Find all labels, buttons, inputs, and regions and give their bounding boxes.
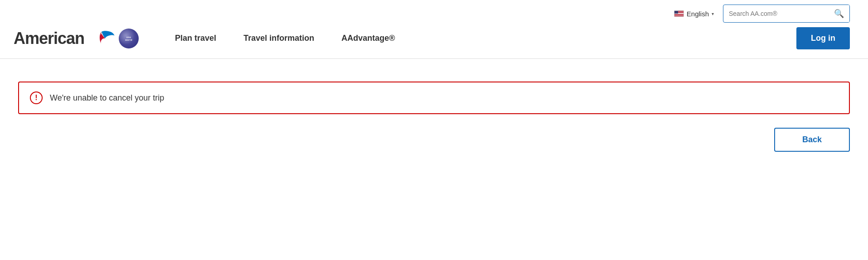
language-selector[interactable]: English ▾ [674, 10, 714, 18]
oneworld-label: oneworld [125, 36, 132, 41]
main-header: American oneworld Plan travel Travel inf… [0, 27, 868, 58]
flag-icon [674, 10, 684, 17]
header-divider [0, 58, 868, 59]
logo-area: American oneworld [14, 28, 139, 49]
back-button[interactable]: Back [774, 128, 850, 152]
nav-links: Plan travel Travel information AAdvantag… [175, 34, 796, 43]
search-input[interactable] [723, 6, 829, 21]
language-label: English [687, 10, 709, 18]
login-button[interactable]: Log in [796, 27, 850, 49]
nav-aadvantage[interactable]: AAdvantage® [341, 34, 395, 43]
chevron-down-icon: ▾ [712, 11, 714, 16]
error-alert: ! We're unable to cancel your trip [18, 82, 850, 114]
back-button-container: Back [18, 128, 850, 152]
top-bar: English ▾ 🔍 [0, 0, 868, 27]
nav-travel-information[interactable]: Travel information [243, 34, 314, 43]
oneworld-badge: oneworld [119, 29, 139, 48]
main-content: ! We're unable to cancel your trip Back [0, 72, 868, 161]
aa-wings-icon [88, 28, 115, 49]
error-message: We're unable to cancel your trip [50, 93, 164, 103]
nav-plan-travel[interactable]: Plan travel [175, 34, 216, 43]
logo-text: American [14, 29, 84, 48]
search-button[interactable]: 🔍 [829, 5, 849, 22]
error-icon: ! [30, 91, 43, 104]
search-box: 🔍 [723, 5, 850, 23]
